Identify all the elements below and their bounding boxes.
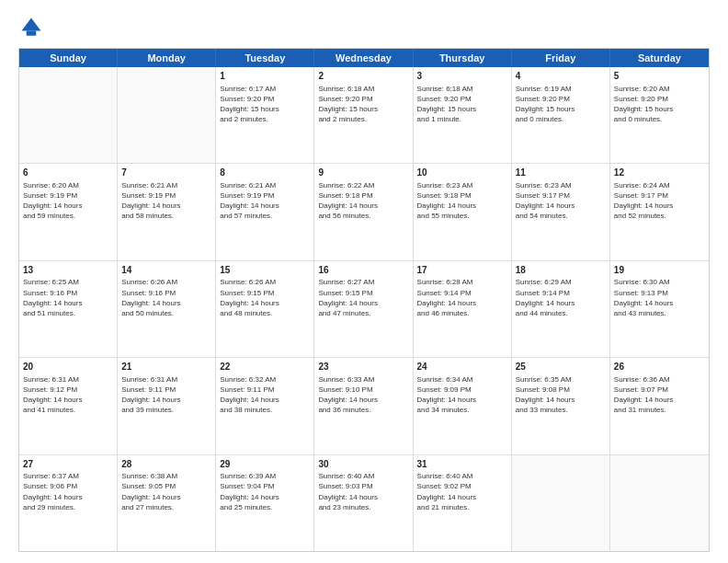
cell-info: Sunrise: 6:23 AM Sunset: 9:17 PM Dayligh… [516, 180, 606, 222]
day-number: 7 [121, 167, 211, 179]
calendar-cell-day-25: 25Sunrise: 6:35 AM Sunset: 9:08 PM Dayli… [512, 358, 610, 454]
cell-info: Sunrise: 6:27 AM Sunset: 9:15 PM Dayligh… [318, 277, 408, 318]
calendar-cell-day-26: 26Sunrise: 6:36 AM Sunset: 9:07 PM Dayli… [610, 358, 709, 454]
calendar-cell-day-12: 12Sunrise: 6:24 AM Sunset: 9:17 PM Dayli… [610, 164, 709, 259]
calendar-cell-day-3: 3Sunrise: 6:18 AM Sunset: 9:20 PM Daylig… [414, 67, 512, 163]
day-number: 18 [516, 264, 606, 277]
calendar-cell-day-13: 13Sunrise: 6:25 AM Sunset: 9:16 PM Dayli… [19, 261, 118, 357]
calendar-row-4: 20Sunrise: 6:31 AM Sunset: 9:12 PM Dayli… [19, 358, 709, 454]
calendar-row-1: 1Sunrise: 6:17 AM Sunset: 9:20 PM Daylig… [19, 67, 709, 164]
day-number: 12 [614, 167, 705, 179]
calendar-cell-day-23: 23Sunrise: 6:33 AM Sunset: 9:10 PM Dayli… [314, 358, 413, 454]
day-number: 13 [23, 264, 113, 277]
calendar-cell-day-2: 2Sunrise: 6:18 AM Sunset: 9:20 PM Daylig… [314, 67, 413, 163]
cell-info: Sunrise: 6:34 AM Sunset: 9:09 PM Dayligh… [417, 374, 507, 416]
calendar-cell-day-28: 28Sunrise: 6:38 AM Sunset: 9:05 PM Dayli… [118, 455, 216, 551]
day-number: 23 [318, 361, 408, 373]
calendar-cell-day-15: 15Sunrise: 6:26 AM Sunset: 9:15 PM Dayli… [216, 261, 314, 357]
cell-info: Sunrise: 6:24 AM Sunset: 9:17 PM Dayligh… [614, 180, 705, 222]
cell-info: Sunrise: 6:20 AM Sunset: 9:19 PM Dayligh… [23, 180, 113, 222]
day-number: 5 [614, 70, 705, 83]
day-number: 21 [121, 361, 211, 373]
day-number: 16 [318, 264, 408, 277]
cell-info: Sunrise: 6:26 AM Sunset: 9:15 PM Dayligh… [220, 277, 310, 318]
cell-info: Sunrise: 6:20 AM Sunset: 9:20 PM Dayligh… [614, 84, 705, 125]
day-number: 1 [220, 70, 310, 83]
header [18, 15, 710, 40]
header-day-tuesday: Tuesday [216, 49, 314, 67]
day-number: 29 [220, 458, 310, 471]
cell-info: Sunrise: 6:32 AM Sunset: 9:11 PM Dayligh… [220, 374, 310, 416]
calendar-cell-day-22: 22Sunrise: 6:32 AM Sunset: 9:11 PM Dayli… [216, 358, 314, 454]
cell-info: Sunrise: 6:21 AM Sunset: 9:19 PM Dayligh… [220, 180, 310, 222]
cell-info: Sunrise: 6:28 AM Sunset: 9:14 PM Dayligh… [417, 277, 507, 318]
day-number: 6 [23, 167, 113, 179]
day-number: 27 [23, 458, 113, 471]
cell-info: Sunrise: 6:37 AM Sunset: 9:06 PM Dayligh… [23, 471, 113, 512]
calendar-cell-day-17: 17Sunrise: 6:28 AM Sunset: 9:14 PM Dayli… [414, 261, 512, 357]
day-number: 4 [516, 70, 606, 83]
calendar-cell-day-20: 20Sunrise: 6:31 AM Sunset: 9:12 PM Dayli… [19, 358, 118, 454]
day-number: 22 [220, 361, 310, 373]
cell-info: Sunrise: 6:29 AM Sunset: 9:14 PM Dayligh… [516, 277, 606, 318]
calendar-cell-day-9: 9Sunrise: 6:22 AM Sunset: 9:18 PM Daylig… [314, 164, 413, 259]
calendar-cell-empty [512, 455, 610, 551]
day-number: 15 [220, 264, 310, 277]
cell-info: Sunrise: 6:40 AM Sunset: 9:03 PM Dayligh… [318, 471, 408, 512]
calendar-body: 1Sunrise: 6:17 AM Sunset: 9:20 PM Daylig… [19, 67, 709, 551]
day-number: 10 [417, 167, 507, 179]
cell-info: Sunrise: 6:38 AM Sunset: 9:05 PM Dayligh… [121, 471, 211, 512]
day-number: 30 [318, 458, 408, 471]
cell-info: Sunrise: 6:18 AM Sunset: 9:20 PM Dayligh… [318, 84, 408, 125]
day-number: 11 [516, 167, 606, 179]
cell-info: Sunrise: 6:22 AM Sunset: 9:18 PM Dayligh… [318, 180, 408, 222]
header-day-friday: Friday [512, 49, 610, 67]
calendar-cell-day-10: 10Sunrise: 6:23 AM Sunset: 9:18 PM Dayli… [414, 164, 512, 259]
calendar-cell-day-29: 29Sunrise: 6:39 AM Sunset: 9:04 PM Dayli… [216, 455, 314, 551]
page: SundayMondayTuesdayWednesdayThursdayFrid… [0, 0, 728, 563]
calendar-row-5: 27Sunrise: 6:37 AM Sunset: 9:06 PM Dayli… [19, 455, 709, 551]
day-number: 14 [121, 264, 211, 277]
calendar-cell-empty [19, 67, 118, 163]
logo [18, 15, 48, 40]
calendar-cell-day-6: 6Sunrise: 6:20 AM Sunset: 9:19 PM Daylig… [19, 164, 118, 259]
calendar-cell-day-5: 5Sunrise: 6:20 AM Sunset: 9:20 PM Daylig… [610, 67, 709, 163]
cell-info: Sunrise: 6:39 AM Sunset: 9:04 PM Dayligh… [220, 471, 310, 512]
calendar-cell-day-24: 24Sunrise: 6:34 AM Sunset: 9:09 PM Dayli… [414, 358, 512, 454]
logo-icon [18, 15, 44, 40]
svg-rect-1 [27, 31, 37, 36]
cell-info: Sunrise: 6:36 AM Sunset: 9:07 PM Dayligh… [614, 374, 705, 416]
cell-info: Sunrise: 6:30 AM Sunset: 9:13 PM Dayligh… [614, 277, 705, 318]
calendar-row-2: 6Sunrise: 6:20 AM Sunset: 9:19 PM Daylig… [19, 164, 709, 260]
calendar-cell-day-11: 11Sunrise: 6:23 AM Sunset: 9:17 PM Dayli… [512, 164, 610, 259]
calendar-cell-day-8: 8Sunrise: 6:21 AM Sunset: 9:19 PM Daylig… [216, 164, 314, 259]
cell-info: Sunrise: 6:23 AM Sunset: 9:18 PM Dayligh… [417, 180, 507, 222]
header-day-sunday: Sunday [19, 49, 118, 67]
cell-info: Sunrise: 6:40 AM Sunset: 9:02 PM Dayligh… [417, 471, 507, 512]
cell-info: Sunrise: 6:31 AM Sunset: 9:11 PM Dayligh… [121, 374, 211, 416]
day-number: 28 [121, 458, 211, 471]
cell-info: Sunrise: 6:33 AM Sunset: 9:10 PM Dayligh… [318, 374, 408, 416]
calendar-cell-day-4: 4Sunrise: 6:19 AM Sunset: 9:20 PM Daylig… [512, 67, 610, 163]
calendar-cell-day-18: 18Sunrise: 6:29 AM Sunset: 9:14 PM Dayli… [512, 261, 610, 357]
cell-info: Sunrise: 6:18 AM Sunset: 9:20 PM Dayligh… [417, 84, 507, 125]
cell-info: Sunrise: 6:35 AM Sunset: 9:08 PM Dayligh… [516, 374, 606, 416]
calendar-cell-day-14: 14Sunrise: 6:26 AM Sunset: 9:16 PM Dayli… [118, 261, 216, 357]
svg-marker-0 [22, 18, 41, 31]
cell-info: Sunrise: 6:21 AM Sunset: 9:19 PM Dayligh… [121, 180, 211, 222]
cell-info: Sunrise: 6:17 AM Sunset: 9:20 PM Dayligh… [220, 84, 310, 125]
calendar-cell-empty [118, 67, 216, 163]
cell-info: Sunrise: 6:25 AM Sunset: 9:16 PM Dayligh… [23, 277, 113, 318]
calendar-cell-day-30: 30Sunrise: 6:40 AM Sunset: 9:03 PM Dayli… [314, 455, 413, 551]
header-day-wednesday: Wednesday [314, 49, 413, 67]
calendar-cell-day-21: 21Sunrise: 6:31 AM Sunset: 9:11 PM Dayli… [118, 358, 216, 454]
calendar-cell-day-7: 7Sunrise: 6:21 AM Sunset: 9:19 PM Daylig… [118, 164, 216, 259]
calendar-cell-day-19: 19Sunrise: 6:30 AM Sunset: 9:13 PM Dayli… [610, 261, 709, 357]
cell-info: Sunrise: 6:26 AM Sunset: 9:16 PM Dayligh… [121, 277, 211, 318]
day-number: 26 [614, 361, 705, 373]
day-number: 24 [417, 361, 507, 373]
day-number: 20 [23, 361, 113, 373]
header-day-thursday: Thursday [414, 49, 512, 67]
calendar-header: SundayMondayTuesdayWednesdayThursdayFrid… [19, 49, 709, 67]
calendar-cell-day-27: 27Sunrise: 6:37 AM Sunset: 9:06 PM Dayli… [19, 455, 118, 551]
